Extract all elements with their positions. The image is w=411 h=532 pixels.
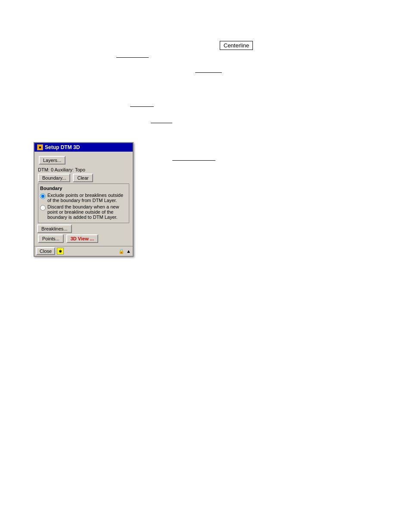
setup-dtm-dialog: ■ Setup DTM 3D Layers... DTM: 0 Auxiliar… (34, 142, 134, 257)
radio-discard-label: Discard the boundary when a new point or… (47, 204, 127, 220)
boundary-button[interactable]: Boundary... (38, 174, 70, 182)
boundary-group-title: Boundary (40, 186, 127, 191)
radio-discard[interactable] (40, 205, 46, 211)
radio-exclude[interactable] (40, 193, 46, 199)
underline-4 (151, 123, 172, 123)
arrow-icon: ▲ (126, 249, 131, 254)
dialog-titlebar: ■ Setup DTM 3D (34, 143, 133, 152)
dialog-content: Layers... DTM: 0 Auxiliary: Topo Boundar… (34, 152, 133, 246)
points-3dview-row: Points... 3D View ... (38, 234, 129, 243)
points-button[interactable]: Points... (38, 234, 64, 243)
clear-button[interactable]: Clear (73, 174, 93, 182)
dialog-title: Setup DTM 3D (45, 144, 80, 150)
close-icon: ✱ (57, 248, 64, 255)
dialog-icon: ■ (37, 144, 43, 150)
layers-button[interactable]: Layers... (39, 156, 65, 165)
3dview-button[interactable]: 3D View ... (66, 234, 98, 243)
centerline-label: Centerline (220, 41, 253, 50)
lock-icon: 🔒 (118, 248, 125, 254)
radio-exclude-label: Exclude points or breaklines outside of … (47, 193, 127, 203)
breaklines-button[interactable]: Breaklines... (37, 224, 72, 233)
close-button[interactable]: Close (36, 247, 55, 255)
underline-3 (130, 106, 154, 107)
close-row: Close ✱ 🔒 ▲ (34, 246, 133, 256)
boundary-group: Boundary Exclude points or breaklines ou… (38, 184, 129, 223)
underline-2 (195, 72, 222, 73)
boundary-clear-row: Boundary... Clear (38, 174, 129, 182)
radio-option-discard: Discard the boundary when a new point or… (40, 204, 127, 220)
underline-5 (172, 160, 215, 161)
radio-option-exclude: Exclude points or breaklines outside of … (40, 193, 127, 203)
underline-1 (116, 57, 149, 58)
dtm-auxiliary-label: DTM: 0 Auxiliary: Topo (38, 167, 129, 172)
